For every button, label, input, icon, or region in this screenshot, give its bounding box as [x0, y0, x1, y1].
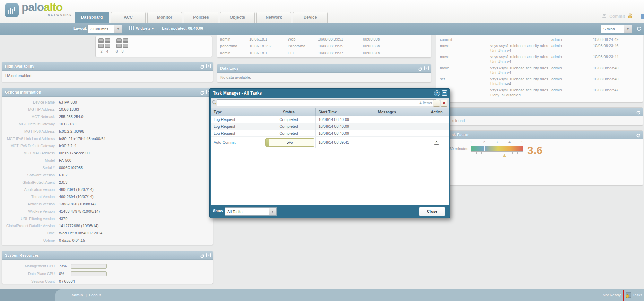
admin-client-type: Web: [288, 36, 318, 43]
widgets-menu-button[interactable]: Widgets ▾: [136, 26, 154, 31]
task-action-cell: [425, 130, 449, 137]
refresh-icon[interactable]: [636, 132, 641, 137]
risk-scale-tick: 5: [521, 140, 523, 144]
locks-message-fragment: s found: [452, 118, 465, 123]
interface-port-icon: [98, 44, 104, 48]
refresh-icon[interactable]: [418, 66, 423, 70]
config-log-row: move vsys vsys1 rulebase security rules …: [436, 65, 643, 76]
risk-factor-widget: sk Factor 60 minutes 1 2 3 4 5 3.6: [436, 130, 643, 186]
task-start-time: 10/08/14 08:40:09: [315, 116, 375, 123]
high-availability-widget: High Availability × HA not enabled: [2, 62, 213, 82]
port-number: 4: [104, 49, 110, 53]
tab-policies[interactable]: Policies: [184, 12, 218, 23]
col-header-action[interactable]: Action: [425, 108, 449, 116]
info-label: MGT IPv6 Link Local Address: [2, 135, 55, 142]
task-messages: [375, 116, 425, 123]
info-value: 0006C107085: [55, 164, 83, 171]
risk-scale-tick: 1: [470, 140, 472, 144]
task-status: Completed: [262, 130, 315, 137]
locks-widget-header: [436, 108, 643, 116]
layout-select-arrow-icon[interactable]: ▼: [114, 25, 122, 33]
task-manager-titlebar[interactable]: Task Manager - All Tasks ?: [210, 89, 450, 98]
show-filter-select[interactable]: All Tasks ▼: [225, 207, 277, 216]
task-row: Log Request Completed 10/08/14 08:40:09: [211, 116, 449, 123]
risk-factor-value: 3.6: [527, 144, 542, 157]
log-description: [490, 37, 551, 42]
info-value: fc00:2:2::63/96: [55, 128, 84, 135]
tab-network[interactable]: Network: [256, 12, 291, 23]
admin-from-ip: 10.66.18.1: [249, 36, 288, 43]
log-operation: move: [436, 65, 490, 75]
refresh-icon[interactable]: [636, 109, 641, 114]
info-value: 1412772686 (10/08/14): [55, 222, 98, 230]
info-value: 460-2394 (10/07/14): [55, 186, 94, 193]
data-logs-header: Data Logs ×: [217, 64, 431, 73]
tasks-button[interactable]: Tasks: [626, 289, 642, 301]
show-filter-arrow-icon[interactable]: ▼: [269, 208, 276, 215]
close-icon[interactable]: ×: [424, 66, 429, 70]
refresh-interval-arrow-icon[interactable]: ▼: [624, 25, 632, 33]
close-button[interactable]: Close: [419, 207, 445, 216]
task-search-input[interactable]: [217, 99, 436, 106]
data-logs-message: No data available.: [217, 73, 431, 82]
admin-from-ip: 10.66.18.1: [249, 50, 288, 56]
col-header-start-time[interactable]: Start Time: [315, 108, 375, 116]
config-log-row: move vsys vsys1 rulebase security rules …: [436, 54, 643, 65]
clear-filter-icon[interactable]: ×: [441, 100, 447, 107]
tab-dashboard[interactable]: Dashboard: [75, 12, 109, 23]
port-number: 2: [98, 49, 104, 53]
info-value: fe80::21b:17ff:fe45:ea00/64: [55, 135, 105, 142]
risk-period-label: 60 minutes: [450, 147, 468, 151]
interface-port-row-bottom: [98, 44, 128, 48]
refresh-interval-select[interactable]: 5 mins ▼: [601, 25, 632, 33]
apply-filter-icon[interactable]: →: [433, 100, 440, 107]
log-description: vsys vsys1 rulebase security rules Unt-U…: [490, 77, 551, 86]
help-icon[interactable]: ?: [434, 90, 440, 96]
tab-objects[interactable]: Objects: [220, 12, 255, 23]
commit-icon[interactable]: [602, 13, 607, 19]
resource-label: Session Count: [2, 277, 55, 285]
save-icon[interactable]: [641, 14, 644, 19]
tab-monitor[interactable]: Monitor: [147, 12, 182, 23]
interface-port-icon: [116, 38, 122, 43]
resource-label: Management CPU: [2, 262, 55, 270]
task-table: Type Status Start Time Messages Action L…: [211, 108, 449, 148]
ha-status-text: HA not enabled: [2, 71, 213, 80]
refresh-icon[interactable]: [200, 90, 204, 94]
info-label: Time: [2, 230, 55, 237]
commit-button[interactable]: Commit: [609, 14, 625, 19]
page-refresh-icon[interactable]: [636, 26, 642, 32]
log-admin: admin: [551, 77, 593, 86]
task-table-area: Type Status Start Time Messages Action L…: [211, 108, 449, 205]
info-label: MGT Default Gateway: [2, 121, 55, 128]
minimize-icon[interactable]: [442, 90, 447, 96]
close-icon[interactable]: ×: [206, 64, 211, 68]
task-type-link[interactable]: Auto Commit: [214, 140, 236, 144]
col-header-messages[interactable]: Messages: [375, 108, 425, 116]
refresh-icon[interactable]: [200, 253, 204, 257]
log-operation: move: [436, 54, 490, 64]
task-progress-bar: 5%: [265, 138, 314, 147]
status-bar: admin | Logout Not Ready Tasks: [0, 289, 644, 301]
risk-scale-tick: 2: [483, 140, 485, 144]
main-nav-tabs: Dashboard ACC Monitor Policies Objects N…: [75, 12, 329, 23]
info-value: 255.255.254.0: [55, 113, 83, 121]
task-action-cell: [425, 123, 449, 130]
close-icon[interactable]: ×: [206, 253, 211, 257]
info-label: MGT IPv6 Default Gateway: [2, 142, 55, 150]
layout-select[interactable]: 3 Columns ▼: [87, 25, 122, 33]
tab-acc[interactable]: ACC: [111, 12, 146, 23]
interface-port-icon: [98, 38, 104, 43]
col-header-type[interactable]: Type: [211, 108, 262, 116]
interface-port-icon: [105, 38, 110, 43]
admin-session-start: 10/08 08:39:37: [318, 50, 363, 56]
logout-link[interactable]: Logout: [89, 289, 101, 301]
risk-factor-body: 60 minutes 1 2 3 4 5 3.6: [436, 139, 643, 185]
tab-device[interactable]: Device: [293, 12, 328, 23]
brand-alto: alto: [44, 1, 63, 14]
col-header-status[interactable]: Status: [262, 108, 315, 116]
refresh-icon[interactable]: [200, 64, 204, 68]
interface-port-row-top: [98, 38, 128, 43]
cancel-task-icon[interactable]: ×: [434, 140, 439, 145]
unlock-icon[interactable]: [627, 13, 633, 19]
